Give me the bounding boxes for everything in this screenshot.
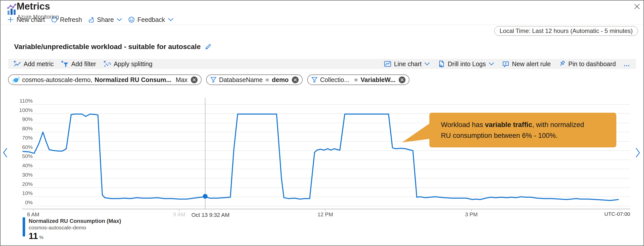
pill-resource: cosmos-autoscale-demo, (22, 76, 92, 84)
filter-field: DatabaseName (219, 76, 263, 84)
y-axis-tick-label: 30% (22, 172, 33, 178)
callout-tail (401, 121, 431, 145)
chart-legend[interactable]: Normalized RU Consumption (Max) cosmos-a… (23, 217, 121, 241)
remove-filter-icon[interactable] (399, 76, 405, 83)
chevron-right-icon[interactable] (634, 147, 641, 159)
y-axis-tick-label: 50% (22, 153, 33, 159)
legend-value: 11 (29, 231, 38, 241)
filter-value: demo (272, 76, 289, 84)
x-axis-tick-label: 9 AM (173, 212, 186, 218)
chart-type-dropdown[interactable]: Line chart (384, 60, 430, 68)
cosmos-db-icon (12, 76, 20, 84)
x-axis-tick-label: 12 PM (317, 212, 333, 218)
chart-type-label: Line chart (394, 60, 422, 68)
pill-aggregation: Max (176, 76, 188, 84)
share-label: Share (97, 16, 114, 23)
apply-splitting-button[interactable]: Apply splitting (104, 60, 152, 68)
filter-field: Collectio... (320, 76, 349, 84)
chevron-down-icon (116, 18, 122, 22)
feedback-label: Feedback (137, 16, 165, 23)
new-chart-label: New chart (17, 16, 45, 23)
apply-splitting-label: Apply splitting (114, 60, 152, 68)
refresh-icon (51, 16, 58, 23)
chart-toolbar: Add metric Add filter Apply splitting Li… (8, 59, 636, 69)
refresh-label: Refresh (60, 16, 82, 23)
drill-into-logs-dropdown[interactable]: Drill into Logs (438, 60, 494, 68)
y-axis-tick-label: 40% (22, 162, 33, 168)
line-chart-icon (384, 60, 391, 67)
refresh-button[interactable]: Refresh (51, 16, 82, 23)
y-axis-tick-label: 70% (22, 135, 33, 141)
filter-op: = (265, 76, 269, 84)
callout-line1: Workload has variable traffic, with norm… (441, 119, 616, 130)
plus-icon (7, 16, 14, 23)
chart-title-row: Variable/unpredictable workload - suitab… (14, 43, 212, 51)
x-axis-tick-label: 6 AM (27, 212, 39, 218)
smiley-icon (128, 16, 135, 23)
new-chart-button[interactable]: New chart (7, 16, 45, 23)
legend-color-bar (23, 217, 25, 236)
more-commands-button[interactable]: … (623, 60, 630, 68)
add-filter-label: Add filter (71, 60, 96, 68)
remove-filter-icon[interactable] (292, 76, 299, 83)
legend-metric-name: Normalized RU Consumption (Max) (29, 218, 121, 224)
pin-to-dashboard-label: Pin to dashboard (568, 60, 616, 68)
add-filter-button[interactable]: Add filter (61, 60, 96, 68)
chart-toolbar-right: Line chart Drill into Logs New alert rul… (376, 60, 630, 68)
legend-unit: % (39, 235, 43, 240)
scope-pill-row: cosmos-autoscale-demo, Normalized RU Con… (8, 74, 409, 85)
cursor-time-label: Oct 13 9:32 AM (191, 212, 229, 218)
filter-pill-collection[interactable]: Collectio... = VariableW... (307, 74, 409, 85)
apply-splitting-icon (104, 60, 111, 67)
pin-to-dashboard-button[interactable]: Pin to dashboard (558, 60, 616, 68)
filter-funnel-icon (210, 76, 217, 83)
add-metric-button[interactable]: Add metric (14, 60, 54, 68)
filter-op: = (354, 76, 358, 84)
chevron-down-icon (168, 18, 174, 22)
y-axis-tick-label: 80% (22, 126, 33, 131)
pin-icon (558, 60, 566, 67)
filter-pill-databasename[interactable]: DatabaseName = demo (206, 74, 303, 85)
new-alert-rule-button[interactable]: New alert rule (502, 60, 551, 68)
filter-funnel-icon (311, 76, 318, 83)
metrics-window: Metrics Azure Monitoring New chart Refre… (0, 0, 644, 246)
y-axis-tick-label: 100% (19, 107, 33, 113)
time-range-button[interactable]: Local Time: Last 12 hours (Automatic - 5… (494, 26, 638, 36)
add-filter-icon (61, 60, 69, 67)
annotation-callout: Workload has variable traffic, with norm… (429, 113, 616, 147)
command-bar: New chart Refresh Share Feedback (7, 15, 179, 24)
chevron-left-icon[interactable] (2, 147, 9, 159)
alert-icon (502, 60, 510, 67)
feedback-button[interactable]: Feedback (128, 16, 174, 23)
pill-metric-name: Normalized RU Consum... (95, 76, 171, 84)
callout-line2: RU consumption between 6% - 100%. (441, 130, 616, 141)
y-axis-tick-label: 110% (20, 98, 33, 104)
edit-pencil-icon[interactable] (205, 43, 212, 50)
timezone-label: UTC-07:00 (604, 211, 630, 217)
page-title: Metrics (17, 1, 50, 12)
add-metric-label: Add metric (24, 60, 54, 68)
filter-value: VariableW... (360, 76, 395, 84)
metrics-app-icon (7, 4, 17, 17)
y-axis-tick-label: 90% (22, 116, 33, 122)
remove-metric-icon[interactable] (191, 76, 198, 83)
share-icon (87, 16, 95, 23)
legend-resource-name: cosmos-autoscale-demo (29, 225, 121, 231)
drill-into-logs-label: Drill into Logs (448, 60, 486, 68)
ellipsis-icon: … (623, 60, 630, 68)
drill-logs-icon (438, 60, 445, 67)
y-axis-tick-label: 10% (22, 190, 33, 196)
new-alert-rule-label: New alert rule (512, 60, 551, 68)
chart-title: Variable/unpredictable workload - suitab… (14, 43, 201, 51)
cursor-data-point (203, 194, 208, 199)
y-axis-tick-label: 60% (22, 144, 33, 150)
add-metric-icon (14, 60, 21, 67)
y-axis-tick-label: 20% (22, 181, 33, 187)
header-divider (1, 25, 644, 25)
metric-scope-pill[interactable]: cosmos-autoscale-demo, Normalized RU Con… (8, 74, 202, 85)
share-button[interactable]: Share (87, 16, 122, 23)
y-axis-tick-label: 0% (25, 199, 33, 205)
chevron-down-icon (424, 62, 430, 66)
close-icon[interactable] (632, 2, 642, 12)
chevron-down-icon (488, 62, 494, 66)
